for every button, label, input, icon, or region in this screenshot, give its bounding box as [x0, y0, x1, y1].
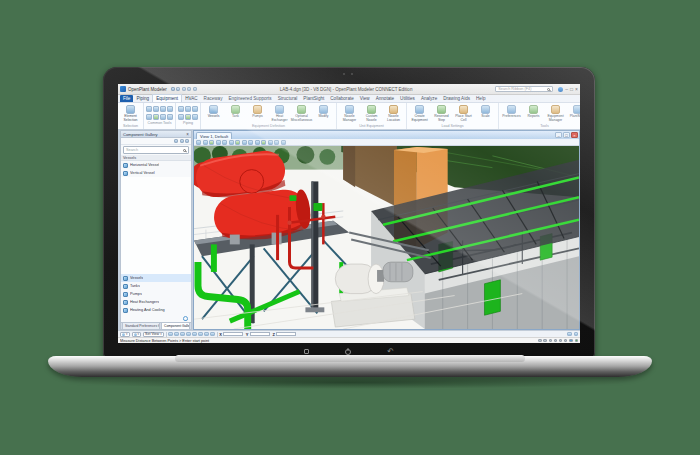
ribbon-button[interactable]: Reports — [523, 104, 544, 119]
view-attributes-icon[interactable] — [268, 140, 273, 145]
place-valve-icon[interactable] — [178, 114, 184, 120]
redo-icon[interactable] — [182, 87, 186, 91]
zoom-in-icon[interactable] — [216, 140, 221, 145]
sync-status-icon[interactable] — [569, 339, 573, 343]
camera-settings-icon[interactable] — [261, 140, 266, 145]
notification-bell-icon[interactable] — [183, 316, 188, 321]
coordinate-input[interactable] — [276, 332, 296, 337]
ribbon-tab[interactable]: Collaborate — [327, 95, 357, 102]
panel-close-icon[interactable]: × — [186, 132, 189, 137]
ribbon-tab[interactable]: HVAC — [182, 95, 200, 102]
ribbon-button[interactable]: Modify — [313, 104, 334, 119]
tool-option-dropdown[interactable]: ▾ — [120, 332, 130, 337]
snap-mode-icon[interactable] — [549, 339, 553, 343]
coordinate-input[interactable] — [223, 332, 243, 337]
panel-tab[interactable]: Standard Preferences for O... — [122, 322, 160, 329]
ribbon-tab[interactable]: Raceway — [201, 95, 226, 102]
previous-view-icon[interactable] — [203, 140, 208, 145]
recent-apps-icon[interactable] — [304, 349, 309, 354]
settings-icon[interactable] — [180, 139, 184, 143]
back-icon[interactable]: ↶ — [387, 349, 394, 355]
ortho-icon[interactable] — [180, 332, 185, 337]
ribbon-tab[interactable]: File — [120, 95, 133, 102]
ribbon-tab[interactable]: Engineered Supports — [225, 95, 274, 102]
connect-icon[interactable] — [185, 114, 191, 120]
walk-icon[interactable] — [255, 140, 260, 145]
power-icon[interactable] — [345, 349, 351, 355]
ribbon-button[interactable]: Tank — [225, 104, 246, 119]
tool-option-dropdown[interactable]: ▾ — [132, 332, 142, 337]
category-list-item[interactable]: Heat Exchangers — [121, 298, 191, 306]
element-info-icon[interactable] — [559, 339, 563, 343]
view-restore-button[interactable]: □ — [563, 132, 570, 138]
ribbon-button[interactable]: Element Selection — [120, 104, 141, 122]
stretch-icon[interactable] — [167, 114, 173, 120]
coordinate-input[interactable] — [250, 332, 270, 337]
filter-icon[interactable] — [185, 139, 189, 143]
fit-view-icon[interactable] — [235, 140, 240, 145]
view-minimize-button[interactable]: – — [555, 132, 562, 138]
snap-mode-icon[interactable] — [186, 332, 191, 337]
ribbon-button[interactable]: Nozzle Manager — [339, 104, 360, 122]
keypoint-snap-icon[interactable] — [204, 332, 209, 337]
close-button[interactable]: × — [575, 87, 578, 92]
selection-set-icon[interactable] — [564, 339, 568, 343]
minimize-button[interactable]: – — [565, 87, 568, 92]
zoom-out-icon[interactable] — [222, 140, 227, 145]
acs-lock-icon[interactable] — [168, 332, 173, 337]
ribbon-tab[interactable]: PlantSight — [300, 95, 327, 102]
scale-icon[interactable] — [153, 114, 159, 120]
category-list-item[interactable]: Heating And Cooling — [121, 306, 191, 314]
ribbon-button[interactable]: Scale — [475, 104, 496, 119]
delete-icon[interactable] — [160, 106, 166, 112]
ribbon-tab[interactable]: Utilities — [397, 95, 418, 102]
component-list-item[interactable]: Vertical Vessel — [121, 169, 191, 177]
panel-tab[interactable]: Component Gallery — [161, 322, 190, 329]
settings-icon[interactable] — [574, 332, 579, 337]
ribbon-tab[interactable]: Analyze — [418, 95, 440, 102]
ribbon-button[interactable]: Custom Nozzle — [361, 104, 382, 122]
view-close-button[interactable]: × — [571, 132, 578, 138]
window-area-icon[interactable] — [229, 140, 234, 145]
component-search-input[interactable]: Search — [123, 146, 189, 154]
active-level-icon[interactable] — [554, 339, 558, 343]
rotate-view-icon[interactable] — [242, 140, 247, 145]
ribbon-button[interactable]: Equipment Manager — [545, 104, 566, 122]
ribbon-button[interactable]: Create Equipment — [409, 104, 430, 122]
array-icon[interactable] — [167, 106, 173, 112]
settings-icon[interactable] — [193, 87, 197, 91]
ribbon-button[interactable]: Heat Exchanger — [269, 104, 290, 122]
ribbon-button[interactable]: Place Start Cell — [453, 104, 474, 122]
ribbon-tab[interactable]: Piping — [133, 95, 152, 102]
ribbon-button[interactable]: Optional Miscellaneous — [291, 104, 312, 122]
ribbon-tab[interactable]: Drawing Aids — [440, 95, 473, 102]
account-icon[interactable] — [558, 87, 563, 92]
lock-icon[interactable] — [543, 339, 547, 343]
grid-lock-icon[interactable] — [174, 332, 179, 337]
save-icon[interactable] — [171, 87, 175, 91]
category-list-item[interactable]: Pumps — [121, 290, 191, 298]
ribbon-button[interactable]: Pumps — [247, 104, 268, 119]
print-icon[interactable] — [187, 87, 191, 91]
view-display-mode-icon[interactable] — [196, 140, 201, 145]
clip-volume-icon[interactable] — [274, 140, 279, 145]
3d-viewport-canvas[interactable] — [194, 146, 579, 329]
alerts-icon[interactable] — [575, 339, 579, 343]
ribbon-button[interactable]: PlantSight — [567, 104, 580, 119]
move-icon[interactable] — [146, 114, 152, 120]
view-tab[interactable]: View 1, Default — [196, 132, 232, 139]
undo-icon[interactable] — [176, 87, 180, 91]
ribbon-button[interactable]: Preferences — [501, 104, 522, 119]
next-view-icon[interactable] — [209, 140, 214, 145]
ribbon-tab[interactable]: Help — [473, 95, 488, 102]
ribbon-tab[interactable]: Annotate — [373, 95, 397, 102]
view-select-dropdown[interactable]: Set View▾ — [143, 332, 164, 337]
refresh-icon[interactable] — [174, 139, 178, 143]
insert-component-icon[interactable] — [192, 106, 198, 112]
markup-icon[interactable] — [281, 140, 286, 145]
rotate-icon[interactable] — [153, 106, 159, 112]
acs-toggle-icon[interactable] — [567, 332, 572, 337]
rotate-acs-icon[interactable] — [198, 332, 203, 337]
pan-view-icon[interactable] — [248, 140, 253, 145]
annotation-scale-icon[interactable] — [538, 339, 542, 343]
